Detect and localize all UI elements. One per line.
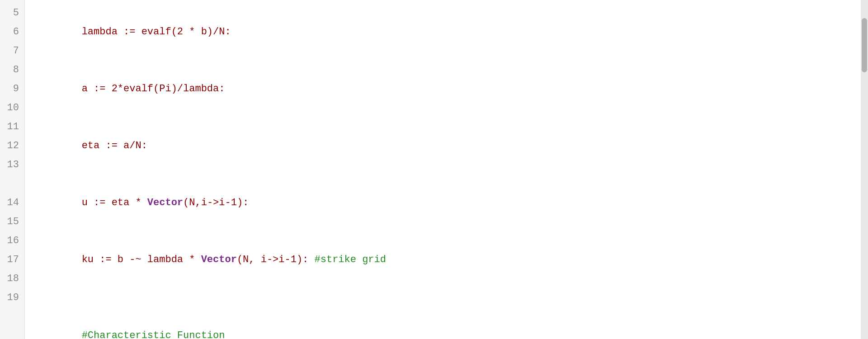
code-token-vector: Vector: [147, 197, 183, 208]
code-line-8: u := eta * Vector(N,i->i-1):: [34, 174, 861, 231]
code-line-5: lambda := evalf(2 * b)/N:: [34, 4, 861, 61]
line-number-6: 6: [0, 23, 24, 42]
code-line-11: #Characteristic Function: [34, 307, 861, 339]
code-line-6: a := 2*evalf(Pi)/lambda:: [34, 61, 861, 118]
line-number-18: 18: [0, 269, 24, 288]
line-number-10: 10: [0, 99, 24, 118]
line-number-17: 17: [0, 250, 24, 269]
line-number-16: 16: [0, 231, 24, 250]
code-token: eta := a/N:: [82, 140, 147, 151]
code-area: 5 6 7 8 9 10 11 12 13 13 14 15 16 17 18 …: [0, 0, 861, 339]
code-line-9: ku := b -~ lambda * Vector(N, i->i-1): #…: [34, 231, 861, 288]
line-number-5: 5: [0, 4, 24, 23]
code-token-vector: Vector: [201, 254, 237, 265]
code-token: ku := b -~ lambda *: [82, 254, 201, 265]
line-number-11: 11: [0, 118, 24, 137]
code-token: lambda := evalf(2 * b)/N:: [82, 26, 231, 38]
scrollbar[interactable]: [861, 0, 868, 339]
code-token-comment: #strike grid: [315, 254, 386, 265]
line-number-12: 12: [0, 137, 24, 155]
line-number-19: 19: [0, 288, 24, 307]
code-token: (N, i->i-1):: [237, 254, 315, 265]
line-number-8: 8: [0, 61, 24, 80]
scrollbar-thumb[interactable]: [862, 18, 867, 72]
code-line-10: [34, 288, 861, 307]
line-number-13: 13: [0, 155, 24, 174]
code-token: (N,i->i-1):: [183, 197, 249, 208]
code-line-7: eta := a/N:: [34, 118, 861, 174]
line-number-15: 15: [0, 212, 24, 231]
line-numbers: 5 6 7 8 9 10 11 12 13 13 14 15 16 17 18 …: [0, 0, 25, 339]
line-number-9: 9: [0, 80, 24, 99]
code-token: a := 2*evalf(Pi)/lambda:: [82, 83, 225, 94]
editor-container: 5 6 7 8 9 10 11 12 13 13 14 15 16 17 18 …: [0, 0, 868, 339]
line-number-7: 7: [0, 42, 24, 61]
code-token-comment: #Characteristic Function: [82, 330, 225, 339]
code-content[interactable]: lambda := evalf(2 * b)/N: a := 2*evalf(P…: [25, 0, 861, 339]
code-token: u := eta *: [82, 197, 147, 208]
line-number-14: 14: [0, 193, 24, 212]
